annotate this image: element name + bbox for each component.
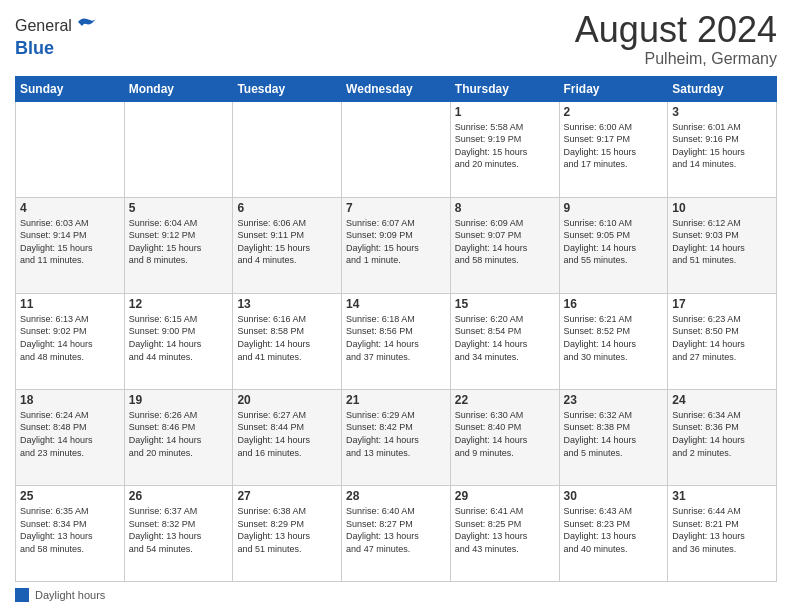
- logo-bird-icon: [74, 14, 98, 38]
- table-row: 11Sunrise: 6:13 AM Sunset: 9:02 PM Dayli…: [16, 293, 125, 389]
- table-row: [124, 101, 233, 197]
- day-info: Sunrise: 6:00 AM Sunset: 9:17 PM Dayligh…: [564, 121, 664, 171]
- day-number: 2: [564, 105, 664, 119]
- table-row: 19Sunrise: 6:26 AM Sunset: 8:46 PM Dayli…: [124, 389, 233, 485]
- day-number: 20: [237, 393, 337, 407]
- table-row: [16, 101, 125, 197]
- day-info: Sunrise: 6:06 AM Sunset: 9:11 PM Dayligh…: [237, 217, 337, 267]
- day-number: 31: [672, 489, 772, 503]
- day-info: Sunrise: 6:13 AM Sunset: 9:02 PM Dayligh…: [20, 313, 120, 363]
- calendar-week-row: 25Sunrise: 6:35 AM Sunset: 8:34 PM Dayli…: [16, 485, 777, 581]
- table-row: 24Sunrise: 6:34 AM Sunset: 8:36 PM Dayli…: [668, 389, 777, 485]
- day-number: 6: [237, 201, 337, 215]
- day-number: 19: [129, 393, 229, 407]
- day-number: 8: [455, 201, 555, 215]
- day-number: 30: [564, 489, 664, 503]
- day-info: Sunrise: 6:03 AM Sunset: 9:14 PM Dayligh…: [20, 217, 120, 267]
- table-row: 16Sunrise: 6:21 AM Sunset: 8:52 PM Dayli…: [559, 293, 668, 389]
- day-info: Sunrise: 6:16 AM Sunset: 8:58 PM Dayligh…: [237, 313, 337, 363]
- table-row: 8Sunrise: 6:09 AM Sunset: 9:07 PM Daylig…: [450, 197, 559, 293]
- day-info: Sunrise: 6:29 AM Sunset: 8:42 PM Dayligh…: [346, 409, 446, 459]
- table-row: 10Sunrise: 6:12 AM Sunset: 9:03 PM Dayli…: [668, 197, 777, 293]
- day-number: 25: [20, 489, 120, 503]
- day-info: Sunrise: 6:32 AM Sunset: 8:38 PM Dayligh…: [564, 409, 664, 459]
- day-number: 13: [237, 297, 337, 311]
- day-number: 24: [672, 393, 772, 407]
- col-saturday: Saturday: [668, 76, 777, 101]
- day-info: Sunrise: 6:04 AM Sunset: 9:12 PM Dayligh…: [129, 217, 229, 267]
- table-row: 12Sunrise: 6:15 AM Sunset: 9:00 PM Dayli…: [124, 293, 233, 389]
- day-info: Sunrise: 6:27 AM Sunset: 8:44 PM Dayligh…: [237, 409, 337, 459]
- day-number: 17: [672, 297, 772, 311]
- day-info: Sunrise: 6:07 AM Sunset: 9:09 PM Dayligh…: [346, 217, 446, 267]
- day-info: Sunrise: 6:09 AM Sunset: 9:07 PM Dayligh…: [455, 217, 555, 267]
- calendar-week-row: 1Sunrise: 5:58 AM Sunset: 9:19 PM Daylig…: [16, 101, 777, 197]
- logo: General Blue: [15, 14, 98, 59]
- day-number: 18: [20, 393, 120, 407]
- table-row: 29Sunrise: 6:41 AM Sunset: 8:25 PM Dayli…: [450, 485, 559, 581]
- col-friday: Friday: [559, 76, 668, 101]
- day-info: Sunrise: 6:15 AM Sunset: 9:00 PM Dayligh…: [129, 313, 229, 363]
- daylight-label: Daylight hours: [35, 589, 105, 601]
- day-info: Sunrise: 6:37 AM Sunset: 8:32 PM Dayligh…: [129, 505, 229, 555]
- logo-blue-text: Blue: [15, 38, 98, 59]
- table-row: 17Sunrise: 6:23 AM Sunset: 8:50 PM Dayli…: [668, 293, 777, 389]
- day-number: 11: [20, 297, 120, 311]
- col-thursday: Thursday: [450, 76, 559, 101]
- table-row: [342, 101, 451, 197]
- day-info: Sunrise: 6:43 AM Sunset: 8:23 PM Dayligh…: [564, 505, 664, 555]
- col-sunday: Sunday: [16, 76, 125, 101]
- table-row: 27Sunrise: 6:38 AM Sunset: 8:29 PM Dayli…: [233, 485, 342, 581]
- day-number: 4: [20, 201, 120, 215]
- calendar-table: Sunday Monday Tuesday Wednesday Thursday…: [15, 76, 777, 582]
- header: General Blue August 2024 Pulheim, German…: [15, 10, 777, 68]
- day-number: 3: [672, 105, 772, 119]
- day-info: Sunrise: 6:10 AM Sunset: 9:05 PM Dayligh…: [564, 217, 664, 267]
- table-row: 3Sunrise: 6:01 AM Sunset: 9:16 PM Daylig…: [668, 101, 777, 197]
- day-number: 1: [455, 105, 555, 119]
- day-number: 7: [346, 201, 446, 215]
- table-row: 4Sunrise: 6:03 AM Sunset: 9:14 PM Daylig…: [16, 197, 125, 293]
- day-number: 10: [672, 201, 772, 215]
- day-info: Sunrise: 6:26 AM Sunset: 8:46 PM Dayligh…: [129, 409, 229, 459]
- title-block: August 2024 Pulheim, Germany: [575, 10, 777, 68]
- table-row: 20Sunrise: 6:27 AM Sunset: 8:44 PM Dayli…: [233, 389, 342, 485]
- day-info: Sunrise: 5:58 AM Sunset: 9:19 PM Dayligh…: [455, 121, 555, 171]
- table-row: [233, 101, 342, 197]
- day-info: Sunrise: 6:40 AM Sunset: 8:27 PM Dayligh…: [346, 505, 446, 555]
- day-number: 12: [129, 297, 229, 311]
- day-number: 29: [455, 489, 555, 503]
- day-info: Sunrise: 6:30 AM Sunset: 8:40 PM Dayligh…: [455, 409, 555, 459]
- day-number: 26: [129, 489, 229, 503]
- table-row: 2Sunrise: 6:00 AM Sunset: 9:17 PM Daylig…: [559, 101, 668, 197]
- day-number: 23: [564, 393, 664, 407]
- page: General Blue August 2024 Pulheim, German…: [0, 0, 792, 612]
- day-number: 9: [564, 201, 664, 215]
- day-number: 27: [237, 489, 337, 503]
- day-info: Sunrise: 6:41 AM Sunset: 8:25 PM Dayligh…: [455, 505, 555, 555]
- day-number: 15: [455, 297, 555, 311]
- day-info: Sunrise: 6:44 AM Sunset: 8:21 PM Dayligh…: [672, 505, 772, 555]
- calendar-header-row: Sunday Monday Tuesday Wednesday Thursday…: [16, 76, 777, 101]
- logo-general-text: General: [15, 17, 72, 35]
- day-number: 16: [564, 297, 664, 311]
- day-number: 14: [346, 297, 446, 311]
- table-row: 23Sunrise: 6:32 AM Sunset: 8:38 PM Dayli…: [559, 389, 668, 485]
- table-row: 9Sunrise: 6:10 AM Sunset: 9:05 PM Daylig…: [559, 197, 668, 293]
- table-row: 26Sunrise: 6:37 AM Sunset: 8:32 PM Dayli…: [124, 485, 233, 581]
- table-row: 15Sunrise: 6:20 AM Sunset: 8:54 PM Dayli…: [450, 293, 559, 389]
- table-row: 7Sunrise: 6:07 AM Sunset: 9:09 PM Daylig…: [342, 197, 451, 293]
- day-number: 5: [129, 201, 229, 215]
- day-info: Sunrise: 6:35 AM Sunset: 8:34 PM Dayligh…: [20, 505, 120, 555]
- calendar-week-row: 18Sunrise: 6:24 AM Sunset: 8:48 PM Dayli…: [16, 389, 777, 485]
- table-row: 21Sunrise: 6:29 AM Sunset: 8:42 PM Dayli…: [342, 389, 451, 485]
- table-row: 30Sunrise: 6:43 AM Sunset: 8:23 PM Dayli…: [559, 485, 668, 581]
- day-number: 28: [346, 489, 446, 503]
- daylight-color-box: [15, 588, 29, 602]
- day-info: Sunrise: 6:23 AM Sunset: 8:50 PM Dayligh…: [672, 313, 772, 363]
- day-info: Sunrise: 6:18 AM Sunset: 8:56 PM Dayligh…: [346, 313, 446, 363]
- table-row: 25Sunrise: 6:35 AM Sunset: 8:34 PM Dayli…: [16, 485, 125, 581]
- day-number: 22: [455, 393, 555, 407]
- day-number: 21: [346, 393, 446, 407]
- table-row: 6Sunrise: 6:06 AM Sunset: 9:11 PM Daylig…: [233, 197, 342, 293]
